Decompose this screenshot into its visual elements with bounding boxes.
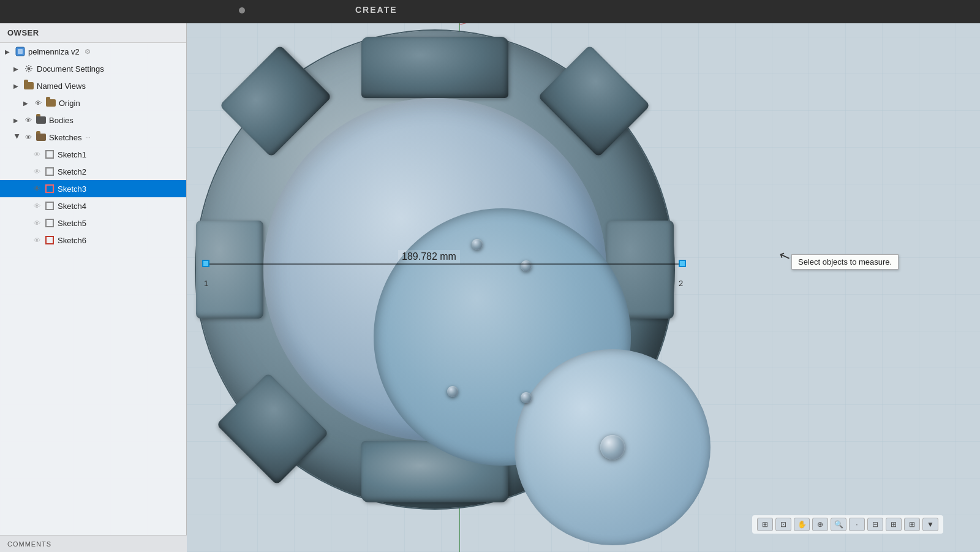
toolbar-btn-pan[interactable]: ✋ bbox=[794, 518, 810, 531]
bodies-label: Bodies bbox=[49, 116, 74, 125]
toolbar-btn-more[interactable]: ▼ bbox=[922, 518, 938, 531]
sketch1-eye-icon[interactable]: 👁 bbox=[32, 149, 42, 159]
bolt-3 bbox=[447, 386, 458, 397]
measure-value: 189.782 mm bbox=[398, 250, 460, 263]
sketches-dots: ··· bbox=[85, 134, 90, 141]
named-views-arrow: ▶ bbox=[13, 83, 21, 89]
segment-top-right bbox=[538, 45, 650, 157]
sketch2-icon bbox=[44, 166, 55, 177]
origin-eye-icon[interactable]: 👁 bbox=[33, 98, 43, 108]
sketch4-eye-icon[interactable]: 👁 bbox=[32, 201, 42, 211]
sketch5-icon bbox=[44, 217, 55, 229]
cursor-area: ↖ Select objects to measure. bbox=[779, 248, 790, 264]
menu-dot[interactable] bbox=[239, 7, 245, 13]
bodies-folder-icon bbox=[36, 115, 47, 126]
measure-line bbox=[205, 263, 683, 265]
tree-item-doc-settings[interactable]: ▶ Document Settings bbox=[0, 60, 186, 77]
model-3d bbox=[196, 31, 674, 509]
doc-settings-label: Document Settings bbox=[37, 64, 104, 74]
sketch3-icon bbox=[44, 183, 55, 194]
tree-item-sketch3[interactable]: 👁 Sketch3 bbox=[0, 180, 186, 197]
tooltip: Select objects to measure. bbox=[791, 254, 899, 270]
measure-label-2: 2 bbox=[679, 279, 683, 288]
measure-label-1: 1 bbox=[204, 279, 208, 288]
browser-header: OWSER bbox=[0, 23, 186, 43]
create-label: CREATE bbox=[355, 5, 398, 15]
origin-folder-icon bbox=[45, 97, 56, 108]
sketch2-label: Sketch2 bbox=[58, 167, 86, 176]
toolbar-btn-orbit[interactable]: ⊕ bbox=[812, 518, 828, 531]
sidebar-browser: OWSER ▶ pelmenniza v2 ⚙ ▶ Document Setti… bbox=[0, 23, 187, 552]
sketch4-icon bbox=[44, 200, 55, 211]
sketch1-label: Sketch1 bbox=[58, 150, 86, 159]
measure-point-2 bbox=[679, 260, 686, 267]
inner-groove bbox=[374, 208, 631, 466]
tree-root-item[interactable]: ▶ pelmenniza v2 ⚙ bbox=[0, 43, 186, 60]
sketches-folder-icon bbox=[36, 132, 47, 143]
sketch1-icon bbox=[44, 149, 55, 160]
tree-item-origin[interactable]: ▶ 👁 Origin bbox=[0, 94, 186, 112]
inner-disk bbox=[263, 98, 606, 441]
top-bar: CREATE bbox=[0, 0, 980, 23]
toolbar-btn-grid[interactable]: ⊞ bbox=[757, 518, 773, 531]
tree-item-sketches[interactable]: ▶ 👁 Sketches ··· bbox=[0, 129, 186, 146]
bottom-bar: COMMENTS bbox=[0, 535, 187, 552]
bolt-4 bbox=[521, 392, 532, 403]
bodies-eye-icon[interactable]: 👁 bbox=[23, 115, 33, 125]
segment-top bbox=[361, 37, 508, 98]
tree-item-sketch5[interactable]: 👁 Sketch5 bbox=[0, 214, 186, 232]
toolbar-btn-zoom[interactable]: 🔍 bbox=[831, 518, 846, 531]
center-hub bbox=[600, 435, 625, 459]
sketches-eye-icon[interactable]: 👁 bbox=[23, 132, 33, 142]
component-icon bbox=[15, 46, 26, 57]
bolt-1 bbox=[472, 239, 483, 250]
sketch6-label: Sketch6 bbox=[58, 236, 86, 245]
sketches-label: Sketches bbox=[49, 133, 81, 142]
origin-arrow: ▶ bbox=[23, 100, 31, 107]
tree-item-bodies[interactable]: ▶ 👁 Bodies bbox=[0, 112, 186, 129]
segment-top-left bbox=[219, 45, 332, 157]
toolbar-btn-fit[interactable]: ⊟ bbox=[867, 518, 883, 531]
toolbar-btn-view1[interactable]: ⊞ bbox=[886, 518, 902, 531]
viewport-toolbar: ⊞ ⊡ ✋ ⊕ 🔍 · ⊟ ⊞ ⊞ ▼ bbox=[752, 515, 943, 534]
toolbar-btn-sep: · bbox=[849, 518, 865, 531]
measure-point-1 bbox=[202, 260, 209, 267]
root-arrow: ▶ bbox=[5, 48, 12, 55]
bolt-2 bbox=[521, 260, 532, 271]
settings-icon-small: ⚙ bbox=[85, 48, 91, 56]
sketch4-label: Sketch4 bbox=[58, 202, 86, 211]
sketch3-eye-icon[interactable]: 👁 bbox=[32, 184, 42, 194]
tree-item-named-views[interactable]: ▶ Named Views bbox=[0, 77, 186, 94]
bodies-arrow: ▶ bbox=[13, 117, 21, 124]
named-views-label: Named Views bbox=[37, 81, 86, 91]
sketch6-eye-icon[interactable]: 👁 bbox=[32, 235, 42, 245]
segment-left bbox=[196, 221, 263, 319]
svg-rect-1 bbox=[18, 49, 23, 54]
tree-item-sketch4[interactable]: 👁 Sketch4 bbox=[0, 197, 186, 214]
root-label: pelmenniza v2 bbox=[28, 47, 80, 56]
sketch2-eye-icon[interactable]: 👁 bbox=[32, 167, 42, 176]
gear-icon bbox=[23, 63, 34, 74]
tree-item-sketch2[interactable]: 👁 Sketch2 bbox=[0, 163, 186, 180]
tree-item-sketch6[interactable]: 👁 Sketch6 bbox=[0, 232, 186, 249]
sketch5-eye-icon[interactable]: 👁 bbox=[32, 218, 42, 228]
sketch5-label: Sketch5 bbox=[58, 219, 86, 228]
doc-settings-arrow: ▶ bbox=[13, 66, 21, 72]
sketch6-icon bbox=[44, 235, 55, 246]
named-views-folder-icon bbox=[23, 80, 34, 91]
svg-point-2 bbox=[28, 67, 31, 70]
toolbar-btn-display[interactable]: ⊡ bbox=[775, 518, 791, 531]
origin-label: Origin bbox=[59, 99, 80, 108]
tree-item-sketch1[interactable]: 👁 Sketch1 bbox=[0, 146, 186, 163]
toolbar-btn-view2[interactable]: ⊞ bbox=[904, 518, 920, 531]
sketches-arrow: ▶ bbox=[14, 134, 21, 141]
inner-circle bbox=[514, 349, 710, 545]
sketch3-label: Sketch3 bbox=[58, 184, 86, 194]
comments-label: COMMENTS bbox=[7, 540, 51, 548]
